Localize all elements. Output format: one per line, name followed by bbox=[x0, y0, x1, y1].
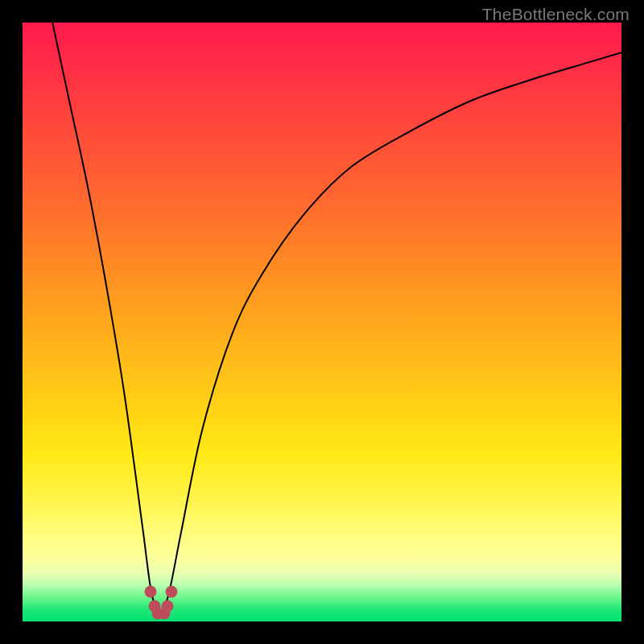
bottleneck-curve bbox=[23, 23, 621, 621]
minimum-marker bbox=[166, 585, 178, 597]
minimum-marker bbox=[162, 601, 174, 613]
watermark-text: TheBottleneck.com bbox=[482, 5, 630, 24]
minimum-marker bbox=[145, 585, 157, 597]
